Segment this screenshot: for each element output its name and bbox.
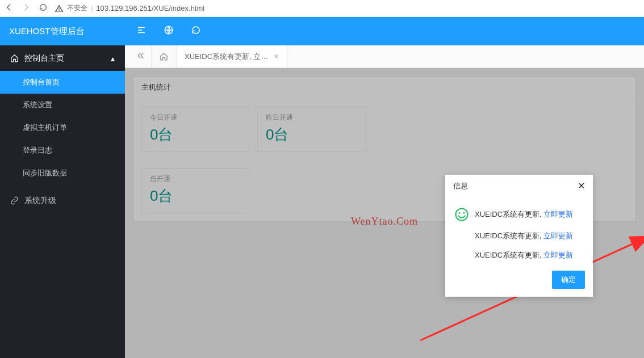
sidebar-item-orders[interactable]: 虚拟主机订单 <box>0 116 125 139</box>
tab-label: XUEIDC系统有更新, 立… <box>185 52 268 62</box>
sidebar-item-home[interactable]: 控制台首页 <box>0 71 125 94</box>
home-icon <box>10 54 19 62</box>
update-link[interactable]: 立即更新 <box>543 210 573 218</box>
svg-point-4 <box>458 212 460 214</box>
warning-icon <box>55 4 64 13</box>
address-bar[interactable]: 不安全 | 103.129.196.251/XUE/index.html <box>55 3 204 13</box>
back-icon[interactable] <box>5 3 14 14</box>
menu-toggle-icon[interactable] <box>136 25 147 37</box>
sidebar-section-label: 控制台主页 <box>24 53 64 64</box>
sidebar-upgrade-label: 系统升级 <box>24 196 56 206</box>
modal-row-text: XUEIDC系统有更新, 立即更新 <box>475 209 573 220</box>
tabbar: XUEIDC系统有更新, 立… ✕ <box>125 45 644 68</box>
update-link[interactable]: 立即更新 <box>543 251 573 259</box>
sidebar-item-loginlog[interactable]: 登录日志 <box>0 139 125 162</box>
forward-icon[interactable] <box>22 3 31 14</box>
topbar <box>125 17 644 45</box>
smile-icon <box>454 207 469 222</box>
svg-point-3 <box>455 208 467 220</box>
url-text: 103.129.196.251/XUE/index.html <box>96 4 204 12</box>
sidebar-item-settings[interactable]: 系统设置 <box>0 94 125 116</box>
globe-icon[interactable] <box>164 25 174 37</box>
close-icon[interactable]: ✕ <box>578 180 585 191</box>
modal-row-text: XUEIDC系统有更新, 立即更新 <box>475 250 573 260</box>
brand-title: XUEHOST管理后台 <box>0 17 125 45</box>
close-icon[interactable]: ✕ <box>274 53 279 60</box>
tab-update[interactable]: XUEIDC系统有更新, 立… ✕ <box>177 45 287 68</box>
sidebar: XUEHOST管理后台 控制台主页 ▴ 控制台首页 系统设置 虚拟主机订单 登录… <box>0 17 125 358</box>
reload-icon[interactable] <box>39 3 48 14</box>
main-area: XUEIDC系统有更新, 立… ✕ 主机统计 今日开通 0台 昨日开通 0台 <box>125 17 644 358</box>
sidebar-item-upgrade[interactable]: 系统升级 <box>0 188 125 213</box>
browser-toolbar: 不安全 | 103.129.196.251/XUE/index.html <box>0 0 644 17</box>
tab-home[interactable] <box>151 45 177 68</box>
refresh-icon[interactable] <box>191 25 201 37</box>
home-icon <box>160 52 168 61</box>
collapse-left-icon[interactable] <box>131 51 151 62</box>
info-modal: 信息 ✕ XUEIDC系统有更新, 立即更新 XUEIDC系统有更新, 立即更新… <box>445 175 593 297</box>
ok-button[interactable]: 确定 <box>552 271 585 289</box>
link-icon <box>10 196 19 205</box>
svg-point-5 <box>463 212 465 214</box>
insecure-label: 不安全 <box>67 3 87 13</box>
sidebar-section-console[interactable]: 控制台主页 ▴ <box>0 45 125 71</box>
update-link[interactable]: 立即更新 <box>543 231 573 240</box>
sidebar-item-syncold[interactable]: 同步旧版数据 <box>0 162 125 184</box>
modal-title: 信息 <box>453 181 468 191</box>
chevron-up-icon: ▴ <box>111 54 115 63</box>
modal-row-text: XUEIDC系统有更新, 立即更新 <box>475 231 573 241</box>
